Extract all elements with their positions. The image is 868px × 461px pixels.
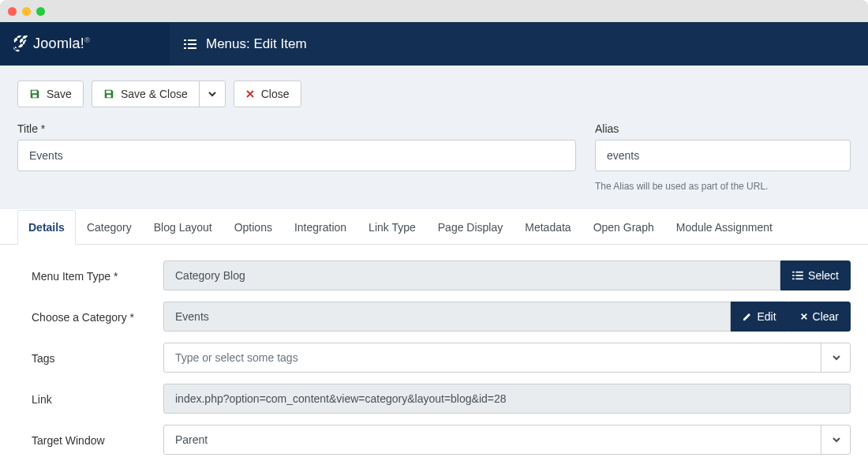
chevron-down-icon xyxy=(832,353,841,362)
top-bar: Joomla!® Menus: Edit Item xyxy=(0,22,868,66)
alias-label: Alias xyxy=(595,122,851,135)
choose-category-label: Choose a Category * xyxy=(17,309,163,324)
logo-text: Joomla!® xyxy=(33,36,90,52)
tags-chevron[interactable] xyxy=(821,343,851,373)
menu-item-type-label: Menu Item Type * xyxy=(17,268,163,283)
svg-rect-7 xyxy=(796,272,803,273)
page-title: Menus: Edit Item xyxy=(206,36,307,52)
edit-category-button[interactable]: Edit xyxy=(731,302,788,332)
svg-rect-0 xyxy=(184,39,186,41)
link-label: Link xyxy=(17,392,163,406)
tags-label: Tags xyxy=(17,350,163,365)
tab-link-type[interactable]: Link Type xyxy=(357,210,427,245)
alias-input[interactable] xyxy=(595,140,851,171)
list-icon xyxy=(792,271,803,280)
link-row: Link index.php?option=com_content&view=c… xyxy=(17,384,851,414)
svg-rect-9 xyxy=(796,275,803,276)
target-window-label: Target Window xyxy=(17,433,163,447)
tab-page-display[interactable]: Page Display xyxy=(427,210,514,245)
link-value: index.php?option=com_content&view=catego… xyxy=(163,384,851,414)
svg-rect-11 xyxy=(796,278,803,279)
choose-category-value: Events xyxy=(163,302,731,332)
tabs: DetailsCategoryBlog LayoutOptionsIntegra… xyxy=(0,209,868,245)
tab-blog-layout[interactable]: Blog Layout xyxy=(143,210,223,245)
menu-item-type-row: Menu Item Type * Category Blog Select xyxy=(17,260,851,290)
clear-category-button[interactable]: Clear xyxy=(788,302,851,332)
window-titlebar xyxy=(0,0,868,22)
tab-integration[interactable]: Integration xyxy=(283,210,357,245)
choose-category-row: Choose a Category * Events Edit Clear xyxy=(17,302,851,332)
chevron-down-icon xyxy=(832,435,841,444)
save-close-button[interactable]: Save & Close xyxy=(92,81,199,107)
tab-details[interactable]: Details xyxy=(17,210,76,245)
title-label: Title * xyxy=(17,122,576,135)
tab-category[interactable]: Category xyxy=(76,210,143,245)
window-close-dot[interactable] xyxy=(8,7,17,16)
svg-rect-3 xyxy=(188,43,196,45)
joomla-logo-icon xyxy=(11,36,28,53)
save-button[interactable]: Save xyxy=(17,81,84,107)
window-maximize-dot[interactable] xyxy=(36,7,45,16)
tab-options[interactable]: Options xyxy=(223,210,283,245)
title-row: Title * Alias The Alias will be used as … xyxy=(0,122,868,209)
title-field-group: Title * xyxy=(17,122,576,192)
alias-hint: The Alias will be used as part of the UR… xyxy=(595,181,851,192)
target-window-chevron[interactable] xyxy=(821,425,851,455)
target-window-select[interactable]: Parent xyxy=(163,425,851,455)
target-window-row: Target Window Parent xyxy=(17,425,851,455)
logo-section: Joomla!® xyxy=(0,22,170,66)
svg-rect-10 xyxy=(792,278,795,279)
tab-metadata[interactable]: Metadata xyxy=(514,210,582,245)
title-input[interactable] xyxy=(17,140,576,171)
svg-rect-1 xyxy=(188,39,196,41)
svg-rect-4 xyxy=(184,47,186,49)
svg-rect-5 xyxy=(188,47,196,49)
chevron-down-icon xyxy=(208,89,217,99)
menu-item-type-value: Category Blog xyxy=(163,260,780,290)
svg-rect-8 xyxy=(792,275,795,276)
close-button[interactable]: Close xyxy=(234,81,301,107)
close-icon xyxy=(800,313,808,320)
alias-field-group: Alias The Alias will be used as part of … xyxy=(595,122,851,192)
edit-icon xyxy=(743,312,752,321)
save-icon xyxy=(103,88,114,99)
tab-module-assignment[interactable]: Module Assignment xyxy=(665,210,784,245)
save-dropdown-button[interactable] xyxy=(199,81,226,107)
svg-rect-2 xyxy=(184,43,186,45)
tags-row: Tags Type or select some tags xyxy=(17,343,851,373)
save-close-group: Save & Close xyxy=(92,81,226,107)
window-minimize-dot[interactable] xyxy=(22,7,31,16)
list-icon xyxy=(184,39,196,50)
details-panel: Menu Item Type * Category Blog Select Ch… xyxy=(0,245,868,461)
svg-rect-6 xyxy=(792,272,795,273)
tab-open-graph[interactable]: Open Graph xyxy=(582,210,665,245)
page-title-bar: Menus: Edit Item xyxy=(170,22,868,66)
close-icon xyxy=(245,89,255,99)
save-icon xyxy=(29,88,40,99)
select-type-button[interactable]: Select xyxy=(780,260,851,290)
tags-input[interactable]: Type or select some tags xyxy=(163,343,851,373)
toolbar: Save Save & Close Close xyxy=(0,66,868,122)
